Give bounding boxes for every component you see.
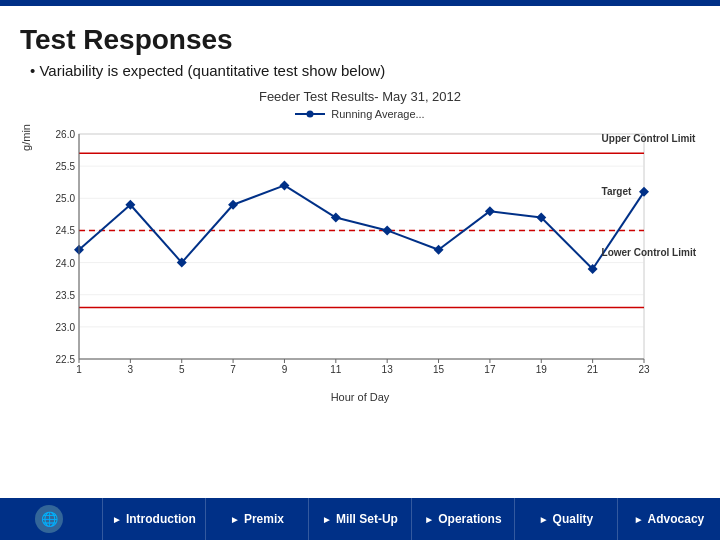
arrow-icon-operations: ► xyxy=(424,514,434,525)
arrow-icon-quality: ► xyxy=(539,514,549,525)
nav-item-millsetup[interactable]: ► Mill Set-Up xyxy=(309,498,412,540)
svg-rect-0 xyxy=(79,134,644,359)
svg-text:19: 19 xyxy=(536,364,548,375)
svg-text:24.5: 24.5 xyxy=(56,225,76,236)
nav-item-quality[interactable]: ► Quality xyxy=(515,498,618,540)
arrow-icon-millsetup: ► xyxy=(322,514,332,525)
page-title: Test Responses xyxy=(20,24,700,56)
chart-container: Feeder Test Results- May 31, 2012 Runnin… xyxy=(20,89,700,429)
y-axis-label: g/min xyxy=(20,124,32,171)
x-axis-label: Hour of Day xyxy=(20,391,700,403)
chart-svg: 26.025.525.024.524.023.523.022.513579111… xyxy=(34,124,654,389)
nav-item-globe: 🌐 xyxy=(0,498,103,540)
arrow-icon-advocacy: ► xyxy=(634,514,644,525)
svg-text:25.5: 25.5 xyxy=(56,161,76,172)
chart-legend: Running Average... xyxy=(20,108,700,120)
chart-right-labels: Upper Control Limit Target Lower Control… xyxy=(602,124,696,259)
nav-item-premix[interactable]: ► Premix xyxy=(206,498,309,540)
arrow-icon-introduction: ► xyxy=(112,514,122,525)
svg-text:26.0: 26.0 xyxy=(56,129,76,140)
lcl-label: Lower Control Limit xyxy=(602,246,696,259)
nav-item-operations[interactable]: ► Operations xyxy=(412,498,515,540)
nav-bar: 🌐 ► Introduction ► Premix ► Mill Set-Up … xyxy=(0,498,720,540)
nav-item-advocacy[interactable]: ► Advocacy xyxy=(618,498,720,540)
bullet-point: • Variability is expected (quantitative … xyxy=(30,62,700,79)
svg-text:22.5: 22.5 xyxy=(56,354,76,365)
svg-text:24.0: 24.0 xyxy=(56,258,76,269)
svg-text:15: 15 xyxy=(433,364,445,375)
svg-text:23.0: 23.0 xyxy=(56,322,76,333)
svg-text:17: 17 xyxy=(484,364,496,375)
svg-text:23.5: 23.5 xyxy=(56,290,76,301)
svg-text:7: 7 xyxy=(230,364,236,375)
svg-text:1: 1 xyxy=(76,364,82,375)
svg-text:3: 3 xyxy=(128,364,134,375)
target-label: Target xyxy=(602,185,696,198)
svg-text:5: 5 xyxy=(179,364,185,375)
svg-text:23: 23 xyxy=(638,364,650,375)
arrow-icon-premix: ► xyxy=(230,514,240,525)
svg-text:11: 11 xyxy=(330,364,342,375)
globe-icon: 🌐 xyxy=(35,505,63,533)
ucl-label: Upper Control Limit xyxy=(602,132,696,145)
chart-title: Feeder Test Results- May 31, 2012 xyxy=(20,89,700,104)
svg-text:25.0: 25.0 xyxy=(56,193,76,204)
svg-text:13: 13 xyxy=(382,364,394,375)
svg-text:9: 9 xyxy=(282,364,288,375)
nav-item-introduction[interactable]: ► Introduction xyxy=(103,498,206,540)
svg-text:21: 21 xyxy=(587,364,599,375)
